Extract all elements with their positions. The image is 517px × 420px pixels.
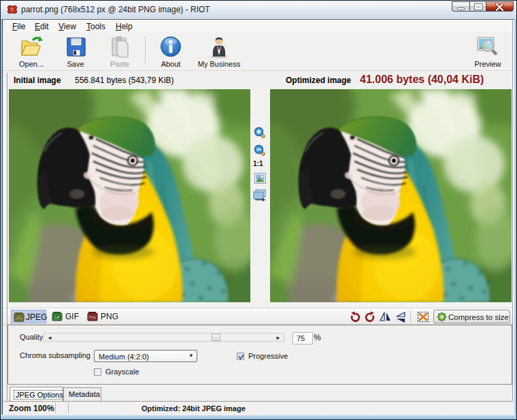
svg-text:GIF: GIF [54,315,60,319]
svg-text:JPG: JPG [16,316,22,320]
svg-text:PNG: PNG [89,315,97,319]
